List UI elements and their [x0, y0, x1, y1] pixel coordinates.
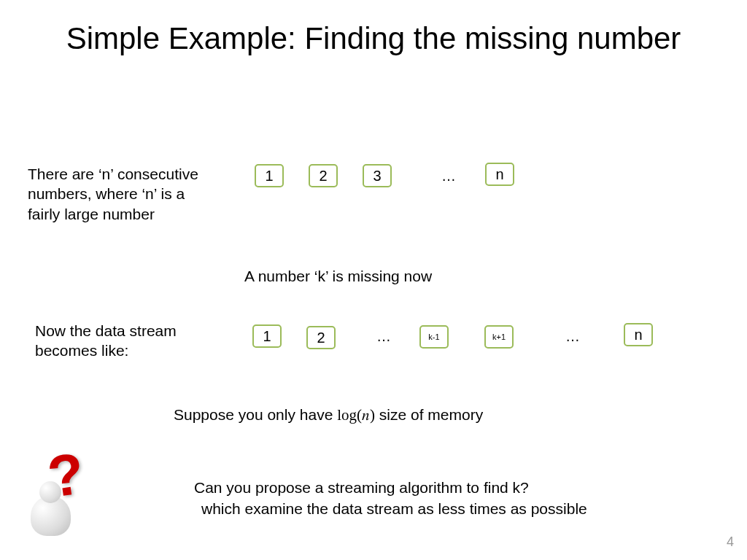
- intro-text: There are ‘n’ consecutive numbers, where…: [28, 164, 217, 224]
- question-1: Can you propose a streaming algorithm to…: [194, 478, 529, 497]
- missing-text: A number ‘k’ is missing now: [244, 266, 432, 286]
- page-number: 4: [727, 534, 734, 550]
- row1-box-1: 1: [255, 164, 284, 187]
- question-2: which examine the data stream as less ti…: [201, 499, 587, 518]
- question-mark-figure: ?: [23, 451, 104, 538]
- row2-box-n: n: [624, 323, 653, 346]
- memory-math: log(𝑛): [337, 406, 375, 424]
- row2-box-k+1: k+1: [484, 325, 514, 349]
- memory-text: Suppose you only have log(𝑛) size of mem…: [174, 405, 483, 425]
- memory-pre: Suppose you only have: [174, 406, 337, 423]
- row2-ellipsis-2: …: [565, 328, 580, 345]
- stream-text: Now the data stream becomes like:: [35, 321, 225, 361]
- row1-ellipsis: …: [441, 168, 456, 184]
- row2-box-k-1: k-1: [419, 325, 449, 349]
- row2-box-2: 2: [306, 326, 336, 349]
- row1-box-2: 2: [309, 164, 338, 187]
- row2-ellipsis-1: …: [376, 328, 391, 345]
- row1-box-n: n: [485, 163, 514, 186]
- row1-box-3: 3: [363, 164, 392, 187]
- slide-title: Simple Example: Finding the missing numb…: [0, 0, 747, 57]
- row2-box-1: 1: [252, 324, 282, 348]
- memory-post: size of memory: [375, 406, 483, 423]
